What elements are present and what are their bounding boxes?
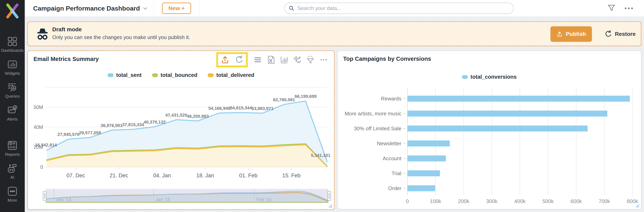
widget-publish-button[interactable] xyxy=(220,55,230,64)
svg-text:60M: 60M xyxy=(34,104,43,110)
chart-type-button[interactable] xyxy=(280,55,288,64)
sidebar-item-widgets[interactable]: Widgets xyxy=(0,60,25,76)
resize-handle-icon[interactable] xyxy=(635,204,640,208)
search-input[interactable] xyxy=(298,5,509,11)
legend-label: total_conversions xyxy=(470,74,516,80)
page-title: Campaign Performance Dashboard xyxy=(33,5,140,12)
filter-funnel-icon xyxy=(607,4,616,12)
svg-text:47,431,520: 47,431,520 xyxy=(165,113,187,118)
widget-top-campaigns: Top Campaigns by Conversions total_conve… xyxy=(337,50,642,210)
resize-handle-icon[interactable] xyxy=(328,204,332,208)
legend-marker xyxy=(462,75,468,79)
svg-text:100k: 100k xyxy=(430,198,441,204)
svg-text:500k: 500k xyxy=(542,198,554,204)
svg-text:46,200,883: 46,200,883 xyxy=(187,114,209,119)
bar-30-off-limited-sale[interactable] xyxy=(408,126,588,132)
draft-mode-subtitle: Only you can see the changes you make un… xyxy=(52,34,190,40)
bar-order[interactable] xyxy=(408,185,435,191)
sidebar-nav: Dashboards Widgets Qu xyxy=(0,37,25,210)
dashboard-title-dropdown[interactable]: Campaign Performance Dashboard xyxy=(33,0,148,17)
dashboard-filter-button[interactable] xyxy=(607,4,616,12)
bar-trial[interactable] xyxy=(408,170,440,176)
widget-menu-button[interactable] xyxy=(253,55,262,64)
new-button[interactable]: New + xyxy=(162,2,191,14)
navigator-handle[interactable] xyxy=(328,191,331,201)
ellipsis-icon xyxy=(319,55,328,64)
logo-icon xyxy=(5,3,20,19)
app-logo[interactable] xyxy=(5,3,20,19)
svg-text:01. Feb: 01. Feb xyxy=(239,173,258,179)
export-excel-icon xyxy=(266,55,275,64)
dashboard-more-button[interactable] xyxy=(624,4,634,12)
campaigns-legend: total_conversions xyxy=(338,74,641,80)
svg-text:Trial: Trial xyxy=(392,170,402,176)
legend-marker xyxy=(208,73,214,77)
publish-icon xyxy=(220,55,230,64)
bar-rewards[interactable] xyxy=(408,96,630,102)
widget-title: Top Campaigns by Conversions xyxy=(343,56,431,62)
svg-text:Account: Account xyxy=(383,155,402,161)
svg-text:30% off Limited Sale: 30% off Limited Sale xyxy=(354,126,402,132)
sidebar-item-ai[interactable]: AI xyxy=(0,164,25,180)
bar-account[interactable] xyxy=(408,155,446,161)
sidebar-item-queries[interactable]: Queries xyxy=(0,82,25,99)
widget-restore-button[interactable] xyxy=(234,55,244,64)
sidebar-item-more[interactable]: More xyxy=(0,187,25,203)
svg-text:Rewards: Rewards xyxy=(381,96,402,102)
svg-text:40M: 40M xyxy=(34,124,43,130)
queries-icon xyxy=(8,82,17,92)
svg-text:300k: 300k xyxy=(486,198,498,204)
svg-text:54,166,948: 54,166,948 xyxy=(208,106,230,111)
sidebar-item-dashboards[interactable]: Dashboards xyxy=(0,37,25,53)
svg-text:18. Jan: 18. Jan xyxy=(196,173,214,179)
legend-item-total-bounced[interactable]: total_bounced xyxy=(152,72,198,78)
bar-more-artists-more-music[interactable] xyxy=(408,111,607,117)
search-bar xyxy=(284,2,514,14)
campaigns-chart: 0100k200k300k400k500k600k700k800kRewards… xyxy=(340,85,639,205)
widget-filter-button[interactable] xyxy=(306,55,315,64)
email-legend: total_sent total_bounced total_delivered xyxy=(28,72,334,78)
dashboards-icon xyxy=(8,37,17,46)
reports-icon xyxy=(8,141,17,150)
restore-button[interactable]: Restore xyxy=(604,26,636,42)
widget-title: Email Metrics Summary xyxy=(34,56,99,62)
sidebar-item-alerts[interactable]: Alerts xyxy=(0,105,25,122)
svg-text:54,615,344: 54,615,344 xyxy=(230,105,252,110)
navigator-handle[interactable] xyxy=(43,191,46,201)
svg-text:200k: 200k xyxy=(458,198,470,204)
svg-text:66,199,699: 66,199,699 xyxy=(295,94,316,99)
export-excel-button[interactable] xyxy=(266,55,275,64)
sidebar-item-label: AI xyxy=(10,175,14,180)
svg-text:Newsletter: Newsletter xyxy=(377,141,402,146)
legend-item-total-sent[interactable]: total_sent xyxy=(108,72,142,78)
widget-more-button[interactable] xyxy=(319,55,328,64)
svg-text:15. Feb: 15. Feb xyxy=(282,173,301,179)
divider xyxy=(200,0,200,17)
sidebar-item-label: Queries xyxy=(5,94,20,99)
legend-marker xyxy=(108,73,114,77)
publish-button[interactable]: Publish xyxy=(550,26,592,42)
svg-text:400k: 400k xyxy=(514,198,526,204)
sidebar-item-reports[interactable]: Reports xyxy=(0,141,25,157)
menu-icon xyxy=(253,55,262,64)
email-navigator[interactable]: Dec '14Jan '15Feb '15 xyxy=(42,187,332,205)
ai-sparkle-icon xyxy=(293,55,302,64)
legend-item-total-conversions[interactable]: total_conversions xyxy=(462,74,516,80)
widgets-icon xyxy=(8,60,17,69)
publish-button-label: Publish xyxy=(566,31,586,37)
legend-item-total-delivered[interactable]: total_delivered xyxy=(208,72,254,78)
bar-newsletter[interactable] xyxy=(408,141,450,146)
svg-text:40,370,132: 40,370,132 xyxy=(144,120,166,125)
sidebar-item-label: Reports xyxy=(5,152,20,157)
sidebar-item-label: Dashboards xyxy=(1,48,24,53)
svg-text:27,945,570: 27,945,570 xyxy=(58,132,80,137)
legend-label: total_delivered xyxy=(216,72,254,78)
svg-text:700k: 700k xyxy=(599,198,610,204)
legend-label: total_bounced xyxy=(160,72,198,78)
svg-text:5,341,101: 5,341,101 xyxy=(311,153,330,158)
email-chart: 60M40M20M007. Dec21. Dec04. Jan18. Jan01… xyxy=(34,83,331,179)
svg-text:16,942,814: 16,942,814 xyxy=(35,143,57,147)
svg-text:29,577,059: 29,577,059 xyxy=(79,130,101,135)
ai-assistant-button[interactable] xyxy=(293,55,302,64)
svg-text:More artists, more music: More artists, more music xyxy=(344,111,402,117)
